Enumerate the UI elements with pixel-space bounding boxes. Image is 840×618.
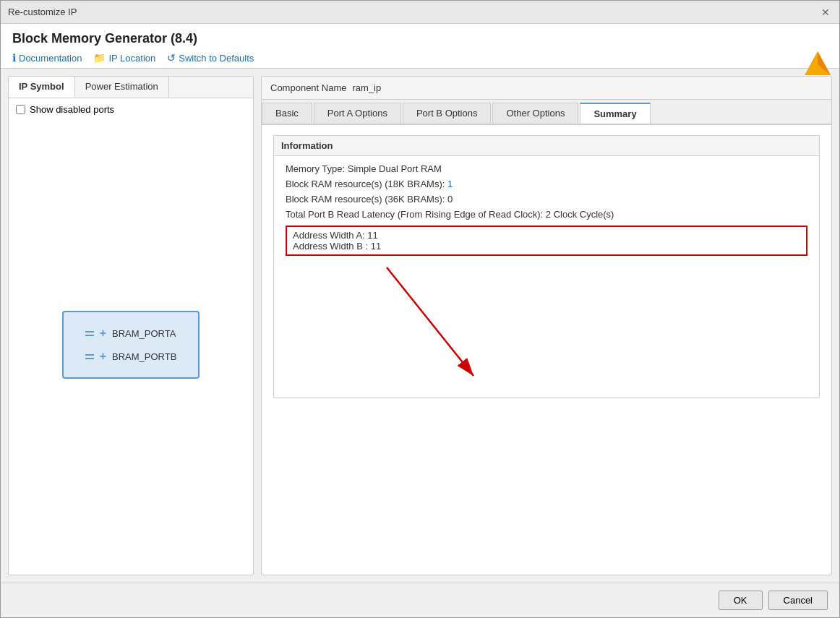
plus-icon-a: + bbox=[100, 327, 106, 340]
info-addr-width-a: Address Width A: 11 bbox=[293, 230, 800, 241]
tab-port-a-options[interactable]: Port A Options bbox=[314, 103, 401, 124]
info-addr-width-b: Address Width B : 11 bbox=[293, 241, 800, 252]
refresh-icon: ↺ bbox=[167, 52, 176, 64]
tab-summary[interactable]: Summary bbox=[580, 103, 650, 124]
tab-port-b-options[interactable]: Port B Options bbox=[403, 103, 492, 124]
red-arrow-svg bbox=[329, 260, 546, 390]
tab-content: Information Memory Type: Simple Dual Por… bbox=[262, 125, 831, 575]
window-title: Re-customize IP bbox=[8, 7, 77, 17]
info-total-port-b: Total Port B Read Latency (From Rising E… bbox=[286, 209, 807, 220]
ok-button[interactable]: OK bbox=[719, 591, 763, 610]
show-disabled-ports-label: Show disabled ports bbox=[30, 104, 114, 115]
footer: OK Cancel bbox=[1, 583, 839, 617]
ip-symbol-area: + BRAM_PORTA + BRAM_PORTB bbox=[16, 121, 246, 569]
toolbar: ℹ Documentation 📁 IP Location ↺ Switch t… bbox=[12, 52, 828, 64]
connector-line bbox=[85, 331, 94, 332]
info-section: Information Memory Type: Simple Dual Por… bbox=[273, 135, 820, 398]
tab-basic[interactable]: Basic bbox=[262, 103, 312, 124]
title-bar-left: Re-customize IP bbox=[8, 7, 77, 17]
port-b-label: BRAM_PORTB bbox=[112, 351, 176, 362]
main-window: Re-customize IP ✕ Block Memory Generator… bbox=[0, 0, 840, 618]
info-body: Memory Type: Simple Dual Port RAM Block … bbox=[274, 156, 819, 398]
plus-icon-b: + bbox=[100, 350, 106, 363]
tabs-bar: Basic Port A Options Port B Options Othe… bbox=[262, 100, 831, 125]
documentation-label: Documentation bbox=[19, 53, 82, 64]
info-block-ram-18k: Block RAM resource(s) (18K BRAMs): 1 bbox=[286, 179, 807, 189]
left-panel: IP Symbol Power Estimation Show disabled… bbox=[8, 76, 254, 575]
red-arrow-container bbox=[286, 260, 807, 390]
tab-power-estimation[interactable]: Power Estimation bbox=[75, 77, 169, 98]
port-row-a: + BRAM_PORTA bbox=[85, 327, 177, 340]
info-block-ram-36k: Block RAM resource(s) (36K BRAMs): 0 bbox=[286, 194, 807, 205]
component-name-row: Component Name ram_ip bbox=[262, 77, 831, 100]
ip-location-label: IP Location bbox=[108, 53, 155, 64]
app-title: Block Memory Generator (8.4) bbox=[12, 31, 828, 46]
tab-ip-symbol[interactable]: IP Symbol bbox=[9, 77, 75, 98]
cancel-button[interactable]: Cancel bbox=[768, 591, 828, 610]
xilinx-logo bbox=[803, 50, 832, 79]
show-disabled-ports-row: Show disabled ports bbox=[16, 104, 246, 115]
connector-line bbox=[85, 354, 94, 356]
svg-line-3 bbox=[387, 267, 473, 376]
left-panel-tabs: IP Symbol Power Estimation bbox=[9, 77, 253, 98]
port-a-label: BRAM_PORTA bbox=[112, 328, 176, 339]
connector-line bbox=[85, 358, 94, 359]
ip-location-link[interactable]: 📁 IP Location bbox=[93, 52, 155, 64]
main-header: Block Memory Generator (8.4) ℹ Documenta… bbox=[1, 24, 839, 69]
port-row-b: + BRAM_PORTB bbox=[85, 350, 177, 363]
port-connector-b bbox=[85, 354, 94, 359]
close-button[interactable]: ✕ bbox=[819, 6, 832, 19]
ip-block: + BRAM_PORTA + BRAM_PORTB bbox=[62, 311, 200, 379]
info-memory-type: Memory Type: Simple Dual Port RAM bbox=[286, 163, 807, 174]
title-bar: Re-customize IP ✕ bbox=[1, 1, 839, 24]
info-block-ram-18k-highlight: 1 bbox=[447, 179, 453, 189]
highlighted-address-box: Address Width A: 11 Address Width B : 11 bbox=[286, 226, 807, 256]
info-header: Information bbox=[274, 136, 819, 156]
info-block-ram-18k-text: Block RAM resource(s) (18K BRAMs): bbox=[286, 179, 447, 189]
port-connector-a bbox=[85, 331, 94, 336]
info-icon: ℹ bbox=[12, 52, 16, 64]
component-name-value: ram_ip bbox=[353, 82, 382, 93]
right-panel: Component Name ram_ip Basic Port A Optio… bbox=[261, 76, 832, 575]
connector-line bbox=[85, 335, 94, 336]
tab-other-options[interactable]: Other Options bbox=[492, 103, 578, 124]
show-disabled-ports-checkbox[interactable] bbox=[16, 105, 25, 114]
switch-defaults-label: Switch to Defaults bbox=[179, 53, 254, 64]
component-name-label: Component Name bbox=[270, 82, 347, 93]
left-panel-body: Show disabled ports + BRAM_PORTA bbox=[9, 98, 253, 575]
documentation-link[interactable]: ℹ Documentation bbox=[12, 52, 82, 64]
switch-defaults-link[interactable]: ↺ Switch to Defaults bbox=[167, 52, 254, 64]
location-icon: 📁 bbox=[93, 52, 106, 64]
content-area: IP Symbol Power Estimation Show disabled… bbox=[1, 69, 839, 583]
